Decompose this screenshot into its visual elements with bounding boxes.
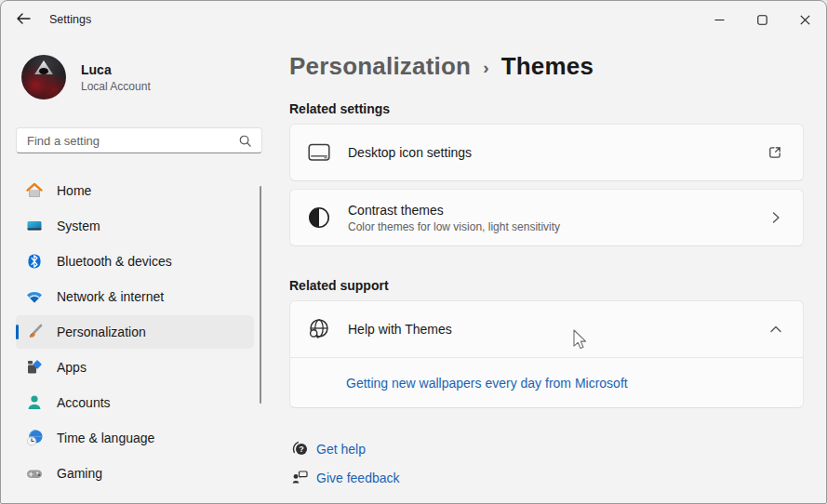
gaming-icon bbox=[25, 464, 44, 483]
profile-account-type: Local Account bbox=[81, 80, 151, 93]
titlebar: Settings bbox=[1, 1, 826, 38]
sidebar-item-accounts[interactable]: Accounts bbox=[16, 386, 254, 419]
contrast-themes-card[interactable]: Contrast themes Color themes for low vis… bbox=[289, 189, 804, 246]
sidebar-item-system[interactable]: System bbox=[16, 209, 254, 243]
sidebar-item-home[interactable]: Home bbox=[16, 174, 254, 207]
sidebar-item-label: Accounts bbox=[57, 395, 111, 410]
search-icon bbox=[238, 134, 252, 148]
card-title: Contrast themes bbox=[348, 203, 769, 218]
sidebar-item-bluetooth[interactable]: Bluetooth & devices bbox=[16, 245, 254, 278]
home-icon bbox=[25, 181, 44, 200]
wallpapers-help-link[interactable]: Getting new wallpapers every day from Mi… bbox=[346, 376, 628, 391]
sidebar-nav: Home System Bluetooth & devices Network … bbox=[1, 174, 276, 490]
accounts-icon bbox=[25, 393, 44, 412]
desktop-settings-icon bbox=[307, 141, 331, 164]
give-feedback-icon bbox=[289, 469, 310, 486]
related-support-heading: Related support bbox=[289, 278, 804, 293]
get-help-link[interactable]: Get help bbox=[316, 442, 366, 457]
sidebar-item-label: Bluetooth & devices bbox=[57, 254, 172, 269]
user-profile[interactable]: Luca Local Account bbox=[21, 55, 276, 99]
sidebar-item-label: Personalization bbox=[57, 325, 146, 339]
contrast-icon bbox=[307, 206, 331, 229]
sidebar-item-label: Time & language bbox=[57, 431, 154, 445]
close-icon bbox=[800, 15, 810, 25]
back-button[interactable] bbox=[8, 5, 38, 34]
desktop-icon-settings-card[interactable]: Desktop icon settings bbox=[289, 124, 804, 181]
window-controls bbox=[698, 1, 826, 38]
settings-window: Settings Luca Local Account bbox=[0, 0, 827, 504]
minimize-button[interactable] bbox=[698, 1, 740, 38]
page-title: Themes bbox=[501, 52, 594, 81]
card-title: Desktop icon settings bbox=[348, 145, 767, 160]
card-title: Help with Themes bbox=[348, 322, 769, 337]
svg-text:?: ? bbox=[299, 444, 303, 454]
maximize-button[interactable] bbox=[740, 1, 783, 38]
chevron-up-icon bbox=[769, 323, 782, 336]
sidebar-item-network[interactable]: Network & internet bbox=[16, 280, 254, 313]
system-icon bbox=[25, 217, 44, 235]
chevron-right-icon bbox=[769, 211, 782, 224]
globe-search-icon bbox=[307, 317, 331, 341]
search-box[interactable] bbox=[16, 127, 262, 153]
time-language-icon bbox=[25, 429, 44, 447]
minimize-icon bbox=[714, 15, 725, 25]
window-title: Settings bbox=[49, 13, 91, 26]
footer-links: ? Get help Give feedback bbox=[289, 440, 804, 486]
sidebar-item-apps[interactable]: Apps bbox=[16, 351, 254, 384]
related-settings-heading: Related settings bbox=[289, 101, 804, 116]
breadcrumb-parent[interactable]: Personalization bbox=[289, 52, 471, 81]
sidebar-item-label: Home bbox=[57, 183, 91, 198]
avatar bbox=[21, 55, 66, 99]
get-help-row[interactable]: ? Get help bbox=[289, 440, 804, 458]
close-button[interactable] bbox=[783, 1, 826, 38]
selected-accent-pill bbox=[16, 325, 19, 339]
sidebar: Luca Local Account Home System bbox=[1, 38, 276, 503]
personalization-icon bbox=[25, 323, 44, 341]
profile-name: Luca bbox=[81, 62, 151, 77]
get-help-icon: ? bbox=[289, 440, 310, 458]
maximize-icon bbox=[757, 15, 767, 25]
sidebar-item-label: System bbox=[57, 219, 100, 233]
breadcrumb: Personalization › Themes bbox=[289, 52, 804, 81]
card-subtitle: Color themes for low vision, light sensi… bbox=[348, 220, 769, 233]
help-with-themes-row[interactable]: Help with Themes bbox=[290, 301, 803, 357]
sidebar-item-label: Apps bbox=[57, 360, 87, 375]
main-content: Personalization › Themes Related setting… bbox=[276, 38, 826, 503]
sidebar-item-label: Gaming bbox=[57, 466, 102, 481]
bluetooth-icon bbox=[25, 252, 44, 271]
sidebar-item-personalization[interactable]: Personalization bbox=[16, 315, 254, 349]
give-feedback-link[interactable]: Give feedback bbox=[316, 471, 400, 485]
search-input[interactable] bbox=[17, 134, 238, 148]
back-arrow-icon bbox=[16, 12, 31, 28]
breadcrumb-separator-icon: › bbox=[471, 56, 501, 78]
external-link-icon bbox=[767, 145, 782, 160]
sidebar-item-time-language[interactable]: Time & language bbox=[16, 421, 254, 455]
give-feedback-row[interactable]: Give feedback bbox=[289, 469, 804, 486]
sidebar-scrollbar[interactable] bbox=[260, 186, 261, 404]
sidebar-item-gaming[interactable]: Gaming bbox=[16, 457, 254, 490]
apps-icon bbox=[25, 358, 44, 377]
sidebar-item-label: Network & internet bbox=[57, 289, 164, 304]
network-icon bbox=[25, 287, 44, 306]
help-with-themes-card: Help with Themes Getting new wallpapers … bbox=[289, 300, 804, 408]
